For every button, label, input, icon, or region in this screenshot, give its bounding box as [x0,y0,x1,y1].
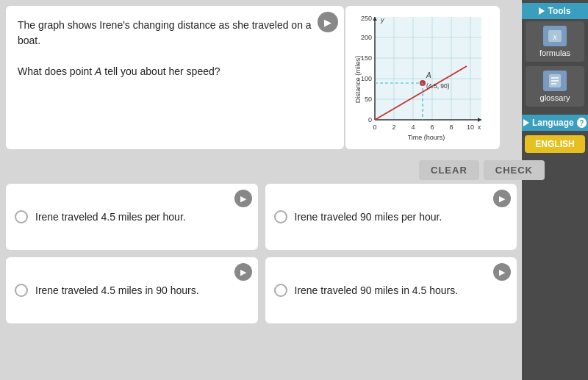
svg-text:8: 8 [449,123,453,131]
svg-text:x: x [478,123,481,131]
svg-text:0: 0 [373,123,376,131]
answer-text-1: Irene traveled 4.5 miles per hour. [35,211,186,223]
svg-text:4: 4 [411,123,415,131]
svg-text:(4.5, 90): (4.5, 90) [426,82,450,90]
answer-radio-3[interactable] [15,284,28,297]
answer-card-3: ▶ Irene traveled 4.5 miles in 90 hours. [6,257,258,323]
answer-radio-4[interactable] [274,284,287,297]
svg-text:Distance (miles): Distance (miles) [354,56,362,104]
svg-text:10: 10 [467,123,474,131]
glossary-button[interactable]: glossary [526,66,584,107]
sidebar: Tools x formulas glossary [522,0,588,380]
language-info-icon[interactable]: ? [577,118,587,128]
svg-text:0: 0 [368,116,372,123]
language-label: Language [532,118,574,128]
svg-rect-6 [375,17,481,120]
answer-sound-button-4[interactable]: ▶ [493,263,511,281]
clear-button[interactable]: CLEAR [419,160,479,180]
answer-sound-button-3[interactable]: ▶ [234,263,252,281]
svg-text:100: 100 [361,75,372,82]
answer-text-3: Irene traveled 4.5 miles in 90 hours. [35,284,199,296]
language-section: Language ? ENGLISH [522,115,588,153]
svg-text:y: y [380,16,384,24]
language-header: Language ? [522,115,588,131]
formulas-label: formulas [539,49,570,57]
answer-radio-1[interactable] [15,210,28,223]
svg-text:2: 2 [392,123,395,131]
svg-text:200: 200 [361,34,372,41]
glossary-icon [543,71,567,91]
question-text: The graph shows Irene's changing distanc… [18,18,332,79]
check-button[interactable]: CHECK [484,160,545,180]
svg-text:Time (hours): Time (hours) [408,134,445,141]
answer-sound-button-1[interactable]: ▶ [234,190,252,207]
svg-text:A: A [426,71,431,79]
answer-card-2: ▶ Irene traveled 90 miles per hour. [265,184,517,250]
answer-radio-2[interactable] [274,210,287,223]
answer-card-1: ▶ Irene traveled 4.5 miles per hour. [6,184,258,250]
question-line1: The graph shows Irene's changing distanc… [18,18,332,49]
question-line2: What does point A tell you about her spe… [18,64,332,79]
lang-triangle-icon [523,119,529,126]
answer-card-4: ▶ Irene traveled 90 miles in 4.5 hours. [265,257,517,323]
graph-svg: 0 50 100 150 200 250 0 2 4 6 8 10 x Dist… [353,13,492,142]
action-buttons: CLEAR CHECK [419,160,545,180]
answers-area: ▶ Irene traveled 4.5 miles per hour. ▶ I… [6,184,517,323]
svg-text:150: 150 [361,54,372,62]
answer-text-4: Irene traveled 90 miles in 4.5 hours. [295,284,459,296]
svg-text:6: 6 [430,123,434,131]
english-button[interactable]: ENGLISH [525,135,584,153]
glossary-label: glossary [540,93,570,102]
answer-sound-button-2[interactable]: ▶ [493,190,511,207]
svg-text:x: x [552,32,557,41]
answer-text-2: Irene traveled 90 miles per hour. [295,211,442,223]
question-box: ▶ The graph shows Irene's changing dista… [6,6,344,149]
question-sound-button[interactable]: ▶ [318,12,338,32]
svg-text:50: 50 [365,96,372,103]
svg-text:250: 250 [361,15,372,22]
graph-box: 0 50 100 150 200 250 0 2 4 6 8 10 x Dist… [345,6,500,149]
